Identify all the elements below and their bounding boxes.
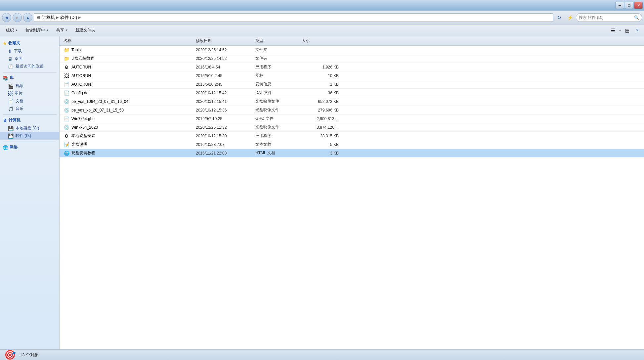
file-item[interactable]: 📁 U盘安装教程 2020/12/25 14:52 文件夹 (60, 54, 644, 63)
file-type-text: 应用程序 (254, 133, 300, 139)
sidebar-item-documents[interactable]: 📄 文档 (0, 97, 59, 105)
drive-d-icon: 💾 (8, 133, 14, 139)
new-folder-button[interactable]: 新建文件夹 (72, 26, 99, 35)
organize-button[interactable]: 组织 ▼ (3, 26, 21, 35)
sidebar-item-music[interactable]: 🎵 音乐 (0, 105, 59, 112)
file-item[interactable]: ⚙ AUTORUN 2016/1/8 4:54 应用程序 1,926 KB (60, 63, 644, 71)
sidebar-item-pictures[interactable]: 🖼 图片 (0, 90, 59, 97)
file-size: 279,696 KB (300, 108, 340, 112)
file-item[interactable]: 📄 AUTORUN 2015/5/10 2:45 安装信息 1 KB (60, 80, 644, 89)
file-name: 💿 pe_yqs_1064_20_07_31_16_04 (62, 99, 194, 104)
file-type-icon: 💿 (64, 99, 69, 104)
sidebar-divider-3 (3, 142, 57, 142)
maximize-button[interactable]: □ (625, 2, 633, 9)
path-arrow: ▶ (56, 16, 59, 19)
file-modified: 2020/12/25 14:52 (194, 48, 254, 52)
col-size[interactable]: 大小 (300, 38, 340, 44)
path-computer: 计算机 (42, 15, 55, 21)
sidebar-item-desktop[interactable]: 🖥 桌面 (0, 55, 59, 63)
address-path[interactable]: 🖥 计算机 ▶ 软件 (D:) ▶ (34, 13, 553, 22)
library-header[interactable]: 📚 库 (0, 74, 59, 82)
refresh-button[interactable]: ↻ (555, 13, 564, 22)
file-item[interactable]: 💿 pe_yqs_xp_20_07_31_15_53 2020/10/12 15… (60, 106, 644, 114)
file-name-text: 光盘说明 (71, 142, 87, 147)
status-count: 13 个对象 (20, 352, 39, 358)
drive-c-icon: 💾 (8, 126, 14, 131)
col-name[interactable]: 名称 (62, 38, 194, 44)
file-item[interactable]: 💿 Win7x64_2020 2020/12/25 11:32 光盘映像文件 3… (60, 123, 644, 132)
file-type-text: 光盘映像文件 (254, 107, 300, 113)
computer-header[interactable]: 🖥 计算机 (0, 116, 59, 124)
file-modified: 2016/1/8 4:54 (194, 65, 254, 69)
recent-icon: 🕐 (8, 64, 14, 69)
pictures-icon: 🖼 (8, 91, 13, 96)
file-size: 1,926 KB (300, 65, 340, 69)
file-type-text: 文件夹 (254, 47, 300, 53)
file-item[interactable]: 📝 光盘说明 2016/10/23 7:07 文本文档 5 KB (60, 140, 644, 149)
view-toggle-button[interactable]: ☰ (609, 26, 617, 35)
file-name: 📝 光盘说明 (62, 142, 194, 147)
sidebar-documents-label: 文档 (16, 98, 23, 104)
file-item[interactable]: 📄 Win7x64.gho 2019/9/7 19:25 GHO 文件 2,90… (60, 114, 644, 123)
favorites-header[interactable]: ★ 收藏夹 (0, 39, 59, 47)
file-name: 💿 Win7x64_2020 (62, 125, 194, 130)
sidebar-desktop-label: 桌面 (15, 56, 22, 62)
col-type[interactable]: 类型 (254, 38, 300, 44)
toolbar: 组织 ▼ 包含到库中 ▼ 共享 ▼ 新建文件夹 ☰ ▼ ▤ ? (0, 24, 644, 36)
file-type-icon: ⚙ (64, 65, 69, 70)
addressbar: ◄ ► ▲ 🖥 计算机 ▶ 软件 (D:) ▶ ↻ ⚡ 🔍 (0, 11, 644, 24)
close-button[interactable]: ✕ (634, 2, 643, 9)
minimize-button[interactable]: ─ (616, 2, 624, 9)
file-name: 💿 pe_yqs_xp_20_07_31_15_53 (62, 108, 194, 113)
file-type-icon: 📁 (64, 47, 69, 53)
file-item[interactable]: ⚙ 本地硬盘安装 2020/10/12 15:30 应用程序 28,315 KB (60, 132, 644, 140)
file-name-text: Tools (71, 48, 81, 52)
favorites-icon: ★ (3, 41, 7, 46)
share-arrow-icon: ▼ (65, 29, 68, 32)
file-size: 2,900,813 ... (300, 116, 340, 121)
up-button[interactable]: ▲ (23, 13, 32, 22)
sidebar-pictures-label: 图片 (15, 91, 22, 96)
sidebar-item-video[interactable]: 🎬 视频 (0, 82, 59, 90)
file-type-icon: 💿 (64, 108, 69, 113)
help-button[interactable]: ? (633, 26, 641, 35)
file-type-icon: 📝 (64, 142, 69, 147)
preview-button[interactable]: ▤ (623, 26, 631, 35)
search-toggle-button[interactable]: ⚡ (565, 13, 575, 22)
forward-button[interactable]: ► (13, 13, 22, 22)
file-item[interactable]: 🖼 AUTORUN 2015/5/10 2:45 图标 10 KB (60, 71, 644, 80)
search-input[interactable] (579, 15, 633, 20)
file-item[interactable]: 🌐 硬盘安装教程 2016/11/21 22:03 HTML 文档 3 KB (60, 149, 644, 158)
file-type-icon: ⚙ (64, 133, 69, 139)
file-name-text: Win7x64.gho (71, 116, 95, 121)
file-size: 3 KB (300, 151, 340, 156)
file-name: ⚙ AUTORUN (62, 65, 194, 70)
favorites-section: ★ 收藏夹 ⬇ 下载 🖥 桌面 🕐 最近访问的位置 (0, 39, 59, 70)
sidebar-divider-2 (3, 114, 57, 115)
file-modified: 2016/10/23 7:07 (194, 142, 254, 147)
search-box[interactable]: 🔍 (576, 13, 642, 22)
file-item[interactable]: 💿 pe_yqs_1064_20_07_31_16_04 2020/10/12 … (60, 97, 644, 106)
sidebar-item-drive-d[interactable]: 💾 软件 (D:) (0, 132, 59, 140)
file-item[interactable]: 📄 Config.dat 2020/10/12 15:42 DAT 文件 36 … (60, 89, 644, 97)
sidebar-item-drive-c[interactable]: 💾 本地磁盘 (C:) (0, 124, 59, 132)
file-name-text: Config.dat (71, 91, 90, 95)
sidebar-item-download[interactable]: ⬇ 下载 (0, 47, 59, 55)
path-arrow2: ▶ (78, 16, 81, 19)
computer-icon: 🖥 (36, 15, 41, 20)
file-name-text: U盘安装教程 (71, 56, 94, 61)
back-button[interactable]: ◄ (2, 13, 11, 22)
include-library-button[interactable]: 包含到库中 ▼ (22, 26, 52, 35)
file-type-icon: 🌐 (64, 151, 69, 156)
file-item[interactable]: 📁 Tools 2020/12/25 14:52 文件夹 (60, 46, 644, 54)
file-type-icon: 💿 (64, 125, 69, 130)
file-size: 36 KB (300, 91, 340, 95)
sidebar-music-label: 音乐 (16, 106, 23, 112)
file-modified: 2020/10/12 15:30 (194, 134, 254, 138)
sidebar-item-recent[interactable]: 🕐 最近访问的位置 (0, 63, 59, 70)
file-size: 1 KB (300, 82, 340, 87)
network-header[interactable]: 🌐 网络 (0, 143, 59, 152)
file-type-icon: 🖼 (64, 73, 69, 78)
col-modified[interactable]: 修改日期 (194, 38, 254, 44)
share-button[interactable]: 共享 ▼ (53, 26, 71, 35)
